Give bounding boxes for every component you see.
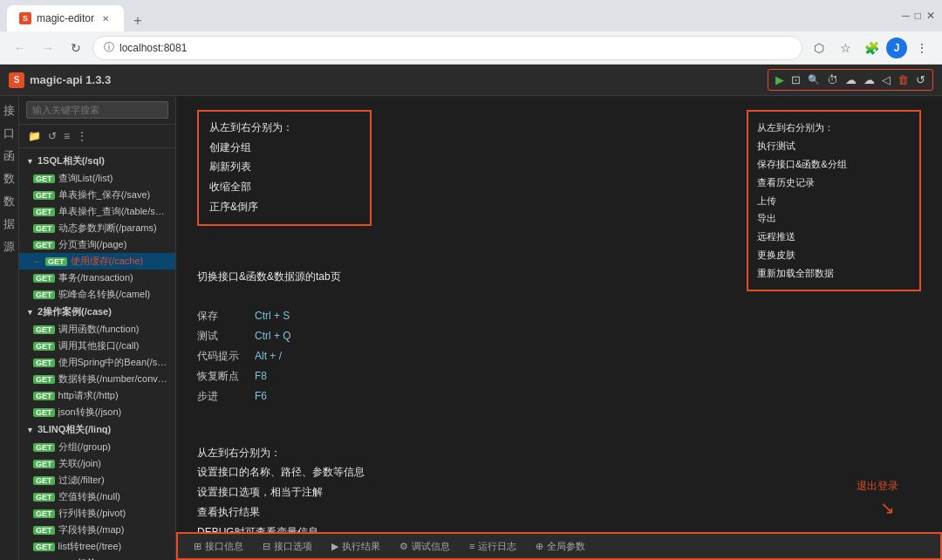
tree-group-lambda[interactable]: ▼ 4lambda相关(/lambda) xyxy=(19,555,175,560)
left-icon-interface[interactable]: 接 xyxy=(2,103,17,119)
collapse-all-button[interactable]: ≡ xyxy=(62,128,72,144)
item-label-null: 空值转换(/null) xyxy=(58,490,121,503)
item-label-filter: 过滤(/filter) xyxy=(58,474,105,487)
tree-item-transaction[interactable]: GET 事务(/transaction) xyxy=(19,270,175,286)
tree-group-linq[interactable]: ▼ 3LINQ相关(/linq) xyxy=(19,420,175,439)
left-icon-function[interactable]: 函 xyxy=(2,148,17,164)
logout-arrow: ↘ xyxy=(747,497,912,518)
tab-debug-info[interactable]: ⚙ 调试信息 xyxy=(391,536,459,557)
method-badge-get: GET xyxy=(33,191,55,200)
shortcut-key-breakpoint: F8 xyxy=(255,370,267,382)
item-label-params: 动态参数判断(/params) xyxy=(58,222,157,235)
sidebar-tools: 📁 ↺ ≡ ⋮ xyxy=(19,125,175,148)
delete-tool-button[interactable]: 🗑 xyxy=(896,72,911,88)
bottom-annotation-title: 从左到右分别为： xyxy=(197,444,729,463)
maximize-icon[interactable]: □ xyxy=(915,10,921,22)
shortcut-label-save: 保存 xyxy=(197,309,249,324)
method-badge-get: GET xyxy=(33,493,55,502)
send-tool-button[interactable]: ◁ xyxy=(880,72,892,88)
tree-item-group[interactable]: GET 分组(/group) xyxy=(19,439,175,455)
tree-item-page[interactable]: GET 分页查询(/page) xyxy=(19,236,175,253)
item-label-call: 调用其他接口(/call) xyxy=(58,339,140,352)
browser-tab[interactable]: S magic-editor ✕ xyxy=(7,5,124,31)
tree-item-filter[interactable]: GET 过滤(/filter) xyxy=(19,472,175,488)
menu-button[interactable]: ⋮ xyxy=(911,37,933,59)
method-badge-get: GET xyxy=(33,359,55,367)
annotation-line-3: 收缩全部 xyxy=(209,177,359,197)
close-icon[interactable]: ✕ xyxy=(926,10,935,22)
app-container: S magic-api 1.3.3 ▶ ⊡ 🔍 ⏱ ☁ ☁ ◁ 🗑 ↺ 接 口 … xyxy=(0,65,942,560)
minimize-icon[interactable]: ─ xyxy=(902,10,910,22)
item-label-group: 分组(/group) xyxy=(58,440,112,454)
tree-item-map[interactable]: GET 字段转换(/map) xyxy=(19,522,175,538)
tree-item-function[interactable]: GET 调用函数(/function) xyxy=(19,321,175,338)
download-tool-button[interactable]: ☁ xyxy=(862,72,877,88)
tree-item-select[interactable]: GET 单表操作_查询(/table/select) xyxy=(19,203,175,220)
close-tab-icon[interactable]: ✕ xyxy=(99,12,112,24)
tree-item-spring[interactable]: GET 使用Spring中的Bean(/spring) xyxy=(19,354,175,371)
left-icon-data[interactable]: 数 xyxy=(2,194,17,209)
tree-item-json[interactable]: GET json转换(/json) xyxy=(19,404,175,420)
tree-item-pivot[interactable]: GET 行列转换(/pivot) xyxy=(19,505,175,522)
shortcut-key-save: Ctrl + S xyxy=(255,310,290,322)
shortcut-label-test: 测试 xyxy=(197,329,249,344)
left-icon-port[interactable]: 口 xyxy=(2,126,17,141)
tab-execute-result[interactable]: ▶ 执行结果 xyxy=(323,536,389,557)
back-button[interactable]: ← xyxy=(9,37,31,59)
tree-item-call[interactable]: GET 调用其他接口(/call) xyxy=(19,338,175,354)
star-button[interactable]: ☆ xyxy=(834,37,857,59)
content-right: 从左到右分别为： 执行测试 保存接口&函数&分组 查看历史记录 上传 导出 远程… xyxy=(729,110,921,518)
tree-item-cache[interactable]: ← GET 使用缓存(/cache) xyxy=(19,253,175,270)
tree-item-join[interactable]: GET 关联(/join) xyxy=(19,455,175,472)
tab-icon-execute: ▶ xyxy=(331,541,338,552)
tree-item-convert[interactable]: GET 数据转换(/number/convert) xyxy=(19,371,175,387)
upload-tool-button[interactable]: ☁ xyxy=(843,72,858,88)
tree-item-null[interactable]: GET 空值转换(/null) xyxy=(19,488,175,505)
tree-group-sql[interactable]: ▼ 1SQL相关(/sql) xyxy=(19,152,175,170)
method-badge-get: GET xyxy=(33,460,55,468)
address-bar[interactable]: ⓘ localhost:8081 xyxy=(92,36,802,60)
new-tab-button[interactable]: + xyxy=(127,10,148,31)
extensions-button[interactable]: 🧩 xyxy=(860,37,883,59)
annotation-line-1: 创建分组 xyxy=(209,138,359,158)
tree-item-save[interactable]: GET 单表操作_保存(/save) xyxy=(19,187,175,203)
search-tool-button[interactable]: 🔍 xyxy=(806,72,822,87)
tab-run-log[interactable]: ≡ 运行日志 xyxy=(461,536,525,557)
left-icon-src[interactable]: 源 xyxy=(2,239,17,255)
run-tool-button[interactable]: ▶ xyxy=(774,72,786,88)
tab-global-params[interactable]: ⊕ 全局参数 xyxy=(527,536,594,557)
sort-button[interactable]: ⋮ xyxy=(75,128,89,144)
tree-item-params[interactable]: GET 动态参数判断(/params) xyxy=(19,220,175,236)
create-folder-button[interactable]: 📁 xyxy=(26,128,43,144)
user-avatar[interactable]: J xyxy=(886,38,907,58)
left-icon-number[interactable]: 数 xyxy=(2,171,17,187)
tab-interface-info[interactable]: ⊞ 接口信息 xyxy=(185,536,252,557)
app-logo-icon: S xyxy=(9,72,24,88)
logout-label[interactable]: 退出登录 xyxy=(747,479,912,494)
forward-button[interactable]: → xyxy=(37,37,59,59)
refresh-sidebar-button[interactable]: ↺ xyxy=(46,128,58,144)
left-icon-source[interactable]: 据 xyxy=(2,216,17,232)
tree-item-camel[interactable]: GET 驼峰命名转换(/camel) xyxy=(19,286,175,303)
right-line-6: 远程推送 xyxy=(757,228,911,246)
tree-item-list[interactable]: GET 查询List(/list) xyxy=(19,170,175,187)
item-label-http: http请求(/http) xyxy=(58,389,119,402)
tree-group-case[interactable]: ▼ 2操作案例(/case) xyxy=(19,303,175,321)
search-input[interactable] xyxy=(26,101,168,119)
content-left: 从左到右分别为： 创建分组 刷新列表 收缩全部 正序&倒序 切换接口&函数&数据… xyxy=(197,110,729,518)
screen-cast-button[interactable]: ⬡ xyxy=(808,37,830,59)
refresh-tool-button[interactable]: ↺ xyxy=(914,72,927,88)
right-line-8: 重新加载全部数据 xyxy=(757,264,911,283)
tab-interface-options[interactable]: ⊟ 接口选项 xyxy=(254,536,321,557)
shortcut-breakpoint: 恢复断点 F8 xyxy=(197,369,729,384)
tree-item-tree[interactable]: GET list转tree(/tree) xyxy=(19,538,175,555)
tree-item-http[interactable]: GET http请求(/http) xyxy=(19,387,175,404)
sidebar: 📁 ↺ ≡ ⋮ ▼ 1SQL相关(/sql) GET 查询List(/list)… xyxy=(19,96,176,560)
shortcut-key-test: Ctrl + Q xyxy=(255,330,291,342)
method-badge-get: GET xyxy=(33,174,55,183)
history-tool-button[interactable]: ⏱ xyxy=(825,72,840,88)
address-text: localhost:8081 xyxy=(119,42,187,54)
save-tool-button[interactable]: ⊡ xyxy=(789,72,802,88)
reload-button[interactable]: ↻ xyxy=(65,37,87,59)
shortcut-label-breakpoint: 恢复断点 xyxy=(197,369,249,384)
